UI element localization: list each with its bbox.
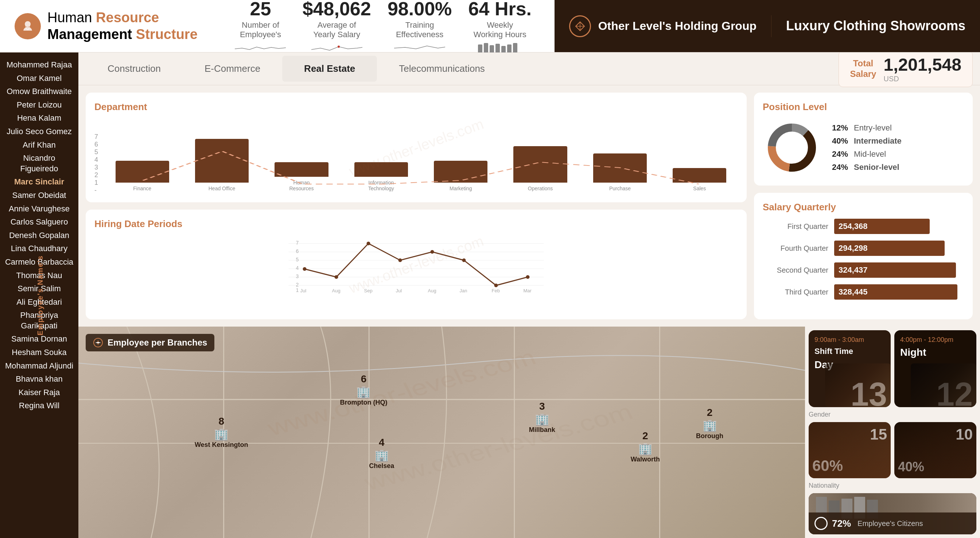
dept-bar-label-2: Human Resources [289,180,313,191]
logo-structure: Structure [136,27,197,42]
branch-brompton[interactable]: 6 🏢 Brompton (HQ) [340,373,387,406]
map-area: www.other-levels.com www.other-levels.co… [78,326,805,538]
svg-point-1 [337,46,340,48]
sidebar-name-13[interactable]: Lina Chaudhary [11,244,67,254]
shift-day-time: 9:00am - 3:00am [815,336,885,344]
svg-text:Aug: Aug [428,288,436,293]
stat-salary-value: $48,062 [302,0,371,18]
legend-entry: 12% Entry-level [832,123,902,133]
svg-rect-5 [495,44,500,53]
stat-hours-chart [478,41,522,53]
svg-rect-4 [490,45,494,53]
sidebar-name-7[interactable]: Nicandro Figueiredo [4,153,75,174]
svg-text:2: 2 [296,282,299,288]
sidebar-name-9[interactable]: Samer Obeidat [13,190,66,201]
building-icon-2: 🏢 [356,385,371,399]
sidebar-name-0[interactable]: Mohammed Rajaa [6,60,72,70]
legend-mid: 24% Mid-level [832,150,902,159]
tab-construction[interactable]: Construction [86,56,183,82]
nationality-card: 72% Employee's Citizens [809,493,976,534]
svg-point-16 [335,275,338,279]
logo-icon [14,13,41,39]
branch-borough[interactable]: 2 🏢 Borough [696,407,723,440]
salary-bar-label-1: Fourth Quarter [763,244,828,253]
sidebar-name-22[interactable]: Bhavna khan [16,374,62,385]
bar-y-axis: 7 6 5 4 3 2 1 - [94,133,98,191]
logo-text: Human Resource Management Structure [48,10,197,43]
stat-salary: $48,062 Average ofYearly Salary [302,0,371,53]
sidebar-name-21[interactable]: Mohammad Aljundi [5,361,73,371]
svg-text:www.other-levels.com: www.other-levels.com [263,344,540,440]
sidebar-section-label: Employee's Name's [36,255,45,335]
branch-west-kensington[interactable]: 8 🏢 West Kensington [195,415,248,449]
logo-area: Human Resource Management Structure [0,0,212,52]
svg-point-17 [367,242,371,245]
branch-millbank[interactable]: 3 🏢 Millbank [529,401,555,434]
salary-bar-row-1: Fourth Quarter294,298 [763,240,964,256]
sidebar-name-2[interactable]: Omow Braithwaite [6,86,72,97]
stat-training-label: TrainingEffectiveness [396,21,443,39]
svg-point-21 [495,283,498,287]
stat-salary-label: Average ofYearly Salary [313,21,360,39]
legend-intermediate: 40% Intermediate [832,136,902,146]
sidebar-name-20[interactable]: Hesham Souka [12,347,66,358]
hiring-svg: 7 6 5 4 3 2 1 Jul Aug Sep [94,236,738,294]
sidebar-name-24[interactable]: Regina Will [19,401,59,411]
svg-text:Aug: Aug [332,288,340,293]
left-charts: Department 7 6 5 4 3 2 1 - [86,92,747,319]
svg-point-18 [398,258,402,262]
dept-bar-0: Finance [104,159,180,191]
sidebar-name-4[interactable]: Hena Kalam [17,113,61,124]
stat-training-chart [394,41,445,53]
sidebar-name-3[interactable]: Peter Loizou [17,100,62,110]
sidebar-name-5[interactable]: Julio Seco Gomez [6,126,72,137]
tab-ecommerce[interactable]: E-Commerce [183,56,282,82]
total-salary-widget: TotalSalary 1,201,548 USD [838,53,973,87]
right-panel: 9:00am - 3:00am Shift Time Day 13 4:00pm… [805,326,980,538]
sidebar-name-1[interactable]: Omar Kamel [17,73,62,84]
stat-hours: 64 Hrs. WeeklyWorking Hours [468,0,531,53]
sidebar-name-19[interactable]: Samina Dornan [11,334,67,344]
shift-night-label: Night [900,347,970,358]
nationality-pct: 72% [832,518,851,529]
dept-bar-label-3: Information Technology [368,180,394,191]
sidebar-name-23[interactable]: Kaiser Raja [19,387,60,398]
department-title: Department [94,101,738,113]
branch-chelsea[interactable]: 4 🏢 Chelsea [369,437,394,470]
sidebar-name-8[interactable]: Marc Sinclair [14,177,64,187]
svg-point-15 [303,267,307,271]
dept-bar-fill-5 [513,146,567,183]
svg-text:5: 5 [296,256,299,263]
svg-text:7: 7 [296,240,299,246]
right-charts: Position Level [754,92,973,319]
sidebar-name-12[interactable]: Denesh Gopalan [9,230,69,241]
salary-bar-fill-3: 328,445 [834,284,958,299]
gender-section-label: Gender [805,411,980,419]
svg-text:Feb: Feb [492,288,500,293]
dept-bar-label-4: Marketing [450,186,472,191]
gender-female-card: 40% 10 [894,422,976,478]
dept-bar-4: Marketing [423,159,499,191]
tab-telecom[interactable]: Telecommunications [377,56,507,82]
sidebar-name-10[interactable]: Annie Varughese [9,204,70,214]
dept-bar-fill-3 [355,162,408,177]
tab-realestate[interactable]: Real Estate [282,56,377,82]
map-compass-icon [93,337,103,348]
svg-text:www.other-levels.com: www.other-levels.com [360,399,636,495]
dept-bar-label-7: Sales [693,186,706,191]
branch-walworth[interactable]: 2 🏢 Walworth [631,430,660,463]
position-legend: 12% Entry-level 40% Intermediate 24% Mid… [832,123,902,172]
svg-rect-3 [484,43,488,53]
salary-bar-fill-0: 254,368 [834,219,930,234]
sidebar-names: Mohammed RajaaOmar KamelOmow Braithwaite… [0,60,78,411]
sidebar-name-11[interactable]: Carlos Salguero [11,217,68,228]
shift-day-card: 9:00am - 3:00am Shift Time Day 13 [809,330,891,407]
dept-bar-fill-4 [434,161,487,183]
legend-senior: 24% Senior-level [832,162,902,172]
sidebar-name-6[interactable]: Arif Khan [22,140,56,151]
dept-bar-1: Head Office [183,137,260,191]
dept-bar-fill-7 [673,168,726,183]
brand-area: Other Level's Holding Group Luxury Cloth… [555,0,980,52]
gender-cards: 60% 15 40% 10 [805,422,980,482]
tab-bar: Construction E-Commerce Real Estate Tele… [78,53,980,85]
